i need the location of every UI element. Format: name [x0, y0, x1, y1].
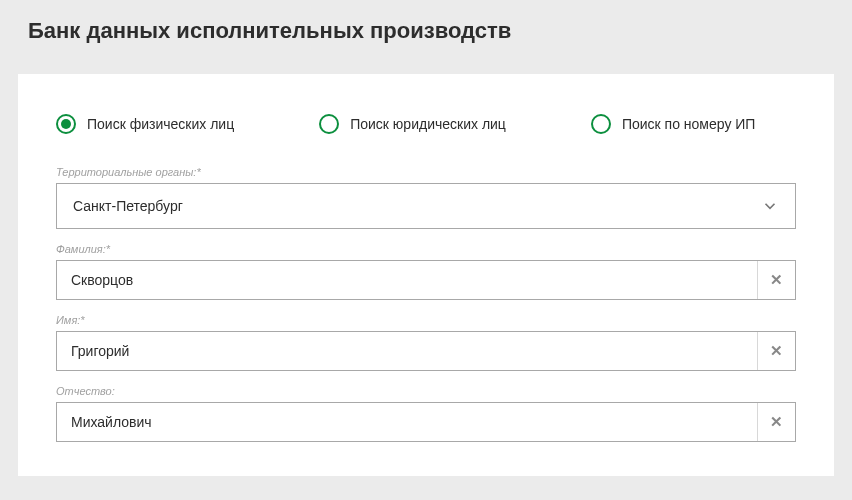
patronymic-group: Отчество: Михайлович ✕ [56, 385, 796, 442]
patronymic-value: Михайлович [57, 414, 757, 430]
patronymic-input[interactable]: Михайлович ✕ [56, 402, 796, 442]
territory-select[interactable]: Санкт-Петербург [56, 183, 796, 229]
search-form-panel: Поиск физических лиц Поиск юридических л… [18, 74, 834, 476]
firstname-group: Имя:* Григорий ✕ [56, 314, 796, 371]
lastname-value: Скворцов [57, 272, 757, 288]
close-icon: ✕ [770, 342, 783, 360]
clear-lastname-button[interactable]: ✕ [757, 261, 795, 299]
firstname-input[interactable]: Григорий ✕ [56, 331, 796, 371]
lastname-input[interactable]: Скворцов ✕ [56, 260, 796, 300]
close-icon: ✕ [770, 271, 783, 289]
search-type-radios: Поиск физических лиц Поиск юридических л… [56, 114, 796, 134]
radio-icon [56, 114, 76, 134]
page-title: Банк данных исполнительных производств [28, 18, 824, 44]
lastname-group: Фамилия:* Скворцов ✕ [56, 243, 796, 300]
firstname-label: Имя:* [56, 314, 796, 326]
radio-icon [319, 114, 339, 134]
radio-icon [591, 114, 611, 134]
territory-value: Санкт-Петербург [73, 198, 761, 214]
radio-label-individuals: Поиск физических лиц [87, 116, 234, 132]
radio-label-legal: Поиск юридических лиц [350, 116, 506, 132]
radio-label-by-number: Поиск по номеру ИП [622, 116, 756, 132]
firstname-value: Григорий [57, 343, 757, 359]
radio-individuals[interactable]: Поиск физических лиц [56, 114, 234, 134]
territory-group: Территориальные органы:* Санкт-Петербург [56, 166, 796, 229]
chevron-down-icon [761, 197, 779, 215]
clear-firstname-button[interactable]: ✕ [757, 332, 795, 370]
close-icon: ✕ [770, 413, 783, 431]
patronymic-label: Отчество: [56, 385, 796, 397]
lastname-label: Фамилия:* [56, 243, 796, 255]
clear-patronymic-button[interactable]: ✕ [757, 403, 795, 441]
radio-by-number[interactable]: Поиск по номеру ИП [591, 114, 756, 134]
territory-label: Территориальные органы:* [56, 166, 796, 178]
radio-legal-entities[interactable]: Поиск юридических лиц [319, 114, 506, 134]
